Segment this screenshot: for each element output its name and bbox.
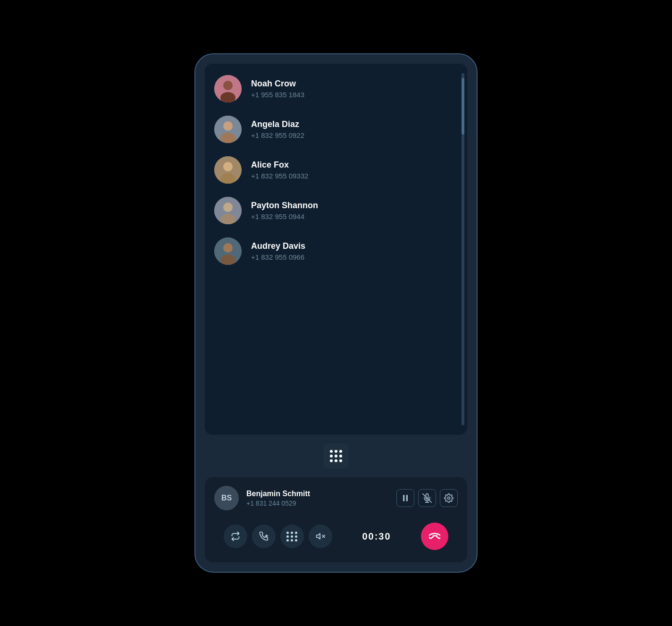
contact-info: Payton Shannon +1 832 955 0944 xyxy=(251,201,318,220)
svg-point-13 xyxy=(223,243,233,253)
avatar xyxy=(214,156,242,184)
contact-name: Audrey Davis xyxy=(251,241,305,251)
svg-marker-23 xyxy=(317,533,320,539)
svg-point-1 xyxy=(223,81,233,90)
settings-button[interactable] xyxy=(440,489,458,507)
contact-phone: +1 832 955 09332 xyxy=(251,172,308,180)
transfer-button[interactable] xyxy=(224,524,247,548)
avatar xyxy=(214,197,242,224)
dialpad-action-button[interactable] xyxy=(280,524,304,548)
list-item[interactable]: Payton Shannon +1 832 955 0944 xyxy=(205,190,467,231)
contact-info: Alice Fox +1 832 955 09332 xyxy=(251,160,308,180)
list-item[interactable]: Angela Diaz +1 832 955 0922 xyxy=(205,109,467,150)
call-controls xyxy=(396,489,458,507)
caller-row: BS Benjamin Schmitt +1 831 244 0529 xyxy=(214,486,458,510)
list-item[interactable]: Noah Crow +1 955 835 1843 xyxy=(205,68,467,109)
caller-name: Benjamin Schmitt xyxy=(246,490,396,498)
contact-list: Noah Crow +1 955 835 1843 Angela Diaz +1… xyxy=(205,64,467,276)
caller-avatar: BS xyxy=(214,486,239,510)
avatar xyxy=(214,237,242,265)
scrollbar[interactable] xyxy=(462,73,464,425)
dialpad-icon xyxy=(330,450,342,462)
svg-point-10 xyxy=(223,203,233,212)
contact-phone: +1 955 835 1843 xyxy=(251,91,304,99)
contact-phone: +1 832 955 0944 xyxy=(251,212,318,220)
contact-name: Noah Crow xyxy=(251,79,304,89)
list-item[interactable]: Alice Fox +1 832 955 09332 xyxy=(205,150,467,190)
contact-info: Noah Crow +1 955 835 1843 xyxy=(251,79,304,99)
svg-rect-15 xyxy=(403,495,404,501)
contact-info: Audrey Davis +1 832 955 0966 xyxy=(251,241,305,261)
svg-point-4 xyxy=(223,121,233,131)
caller-phone: +1 831 244 0529 xyxy=(246,499,396,507)
contact-name: Alice Fox xyxy=(251,160,308,170)
avatar xyxy=(214,116,242,143)
mute-button[interactable] xyxy=(309,524,332,548)
svg-point-20 xyxy=(448,497,450,499)
call-timer: 00:30 xyxy=(337,531,416,542)
list-item[interactable]: Audrey Davis +1 832 955 0966 xyxy=(205,231,467,271)
svg-point-7 xyxy=(223,162,233,171)
contact-name: Angela Diaz xyxy=(251,119,304,129)
phone-app: Noah Crow +1 955 835 1843 Angela Diaz +1… xyxy=(194,53,478,573)
scrollbar-thumb xyxy=(462,78,464,135)
contact-phone: +1 832 955 0966 xyxy=(251,253,305,261)
pause-button[interactable] xyxy=(396,489,414,507)
contact-name: Payton Shannon xyxy=(251,201,318,211)
add-call-button[interactable] xyxy=(252,524,276,548)
action-bar: 00:30 xyxy=(214,517,458,554)
svg-rect-16 xyxy=(406,495,408,501)
contact-info: Angela Diaz +1 832 955 0922 xyxy=(251,119,304,139)
call-section: BS Benjamin Schmitt +1 831 244 0529 xyxy=(205,477,467,562)
dialpad-action-icon xyxy=(286,532,298,541)
avatar xyxy=(214,75,242,102)
contact-phone: +1 832 955 0922 xyxy=(251,131,304,139)
end-call-button[interactable] xyxy=(421,523,448,550)
caller-info: Benjamin Schmitt +1 831 244 0529 xyxy=(246,490,396,507)
contacts-panel: Noah Crow +1 955 835 1843 Angela Diaz +1… xyxy=(205,64,467,435)
dialpad-section xyxy=(195,435,477,477)
dialpad-button[interactable] xyxy=(323,443,349,469)
mute-mic-button[interactable] xyxy=(418,489,436,507)
